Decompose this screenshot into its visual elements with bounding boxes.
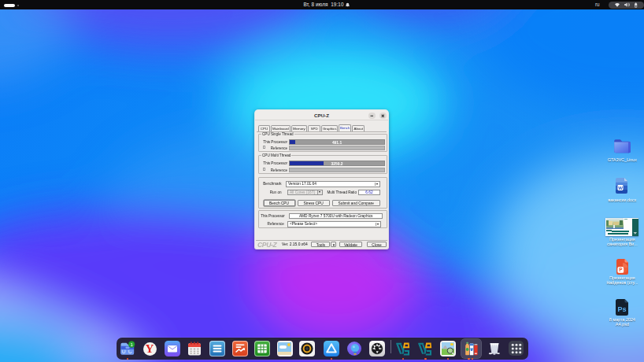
svg-text:Ps: Ps xyxy=(617,305,626,313)
svg-text:P: P xyxy=(619,267,623,272)
svg-text:W: W xyxy=(618,186,623,190)
